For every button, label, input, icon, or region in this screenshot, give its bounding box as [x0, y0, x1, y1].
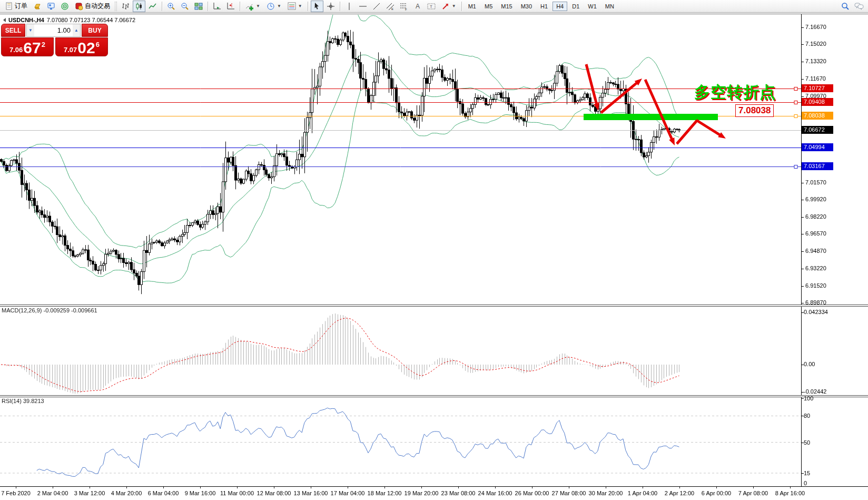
- sell-price-big: 67: [23, 41, 41, 55]
- gold-bar-icon: [33, 2, 42, 11]
- crosshair-tool-button[interactable]: [324, 1, 337, 12]
- timeframe-W1[interactable]: W1: [584, 2, 600, 11]
- time-tick-mark: [495, 486, 496, 488]
- price-tag: 7.10727: [802, 84, 833, 92]
- price-tick-mark: [801, 183, 804, 183]
- autotrading-button[interactable]: 自动交易: [72, 1, 113, 12]
- zoom-in-button[interactable]: [165, 1, 177, 12]
- timeframe-M5[interactable]: M5: [481, 2, 496, 11]
- autotrading-label: 自动交易: [85, 2, 110, 11]
- rsi-axis-label: 100: [804, 395, 813, 401]
- sell-price-sup: 2: [42, 41, 45, 48]
- timeframe-H4[interactable]: H4: [553, 2, 567, 11]
- time-tick-mark: [384, 486, 385, 488]
- volume-down-icon[interactable]: ▼: [27, 24, 34, 36]
- price-tick-label: 7.13320: [805, 58, 826, 64]
- chart-properties-button[interactable]: ▼: [285, 1, 305, 12]
- price-tick-mark: [801, 217, 804, 218]
- time-tick-mark: [163, 486, 164, 488]
- volume-input[interactable]: 1.00: [34, 24, 73, 36]
- terminal-button[interactable]: [45, 1, 57, 12]
- rsi-axis-label: 50: [804, 439, 810, 446]
- rsi-axis-label: 15: [804, 470, 810, 476]
- timeframe-M1[interactable]: M1: [465, 2, 480, 11]
- zoom-out-icon: [181, 2, 189, 11]
- text-label-tool-button[interactable]: T: [425, 1, 438, 12]
- time-tick-mark: [532, 486, 532, 488]
- pane-separator-rsi[interactable]: [0, 395, 868, 397]
- volume-up-icon[interactable]: ▲: [73, 24, 80, 36]
- bar-chart-button[interactable]: [119, 1, 132, 12]
- channel-tool-button[interactable]: E: [384, 1, 397, 12]
- toolbar-separator: [240, 2, 240, 11]
- price-tick-mark: [801, 269, 804, 269]
- signals-button[interactable]: [58, 1, 71, 12]
- timeframe-M30[interactable]: M30: [517, 2, 536, 11]
- dropdown-caret-icon: ▼: [298, 4, 302, 8]
- new-order-icon: [5, 2, 13, 10]
- time-tick-label: 30 Mar 20:00: [589, 490, 623, 496]
- fibonacci-tool-button[interactable]: F: [398, 1, 410, 12]
- crosshair-icon: [327, 2, 335, 11]
- periods-button[interactable]: ▼: [264, 1, 284, 12]
- timeframe-M15[interactable]: M15: [497, 2, 516, 11]
- price-tick-label: 7.01570: [805, 179, 826, 185]
- zoom-out-button[interactable]: [179, 1, 191, 12]
- time-tick-mark: [274, 486, 274, 488]
- trendline-tool-button[interactable]: [370, 1, 383, 12]
- price-tick-label: 6.96570: [805, 230, 826, 237]
- symbol-title: USDCNH-,H4: [8, 17, 44, 23]
- svg-text:T: T: [430, 4, 432, 9]
- rsi-tick-mark: [801, 486, 804, 487]
- price-tick-label: 7.11670: [805, 75, 826, 82]
- auto-scroll-button[interactable]: [211, 1, 223, 12]
- timeframe-MN[interactable]: MN: [601, 2, 618, 11]
- timeframe-group: M1M5M15M30H1H4D1W1MN: [464, 1, 618, 11]
- clock-icon: [267, 2, 275, 11]
- buy-button[interactable]: BUY: [82, 24, 108, 37]
- timeframe-D1[interactable]: D1: [568, 2, 583, 11]
- text-tool-icon: A: [413, 2, 422, 11]
- macd-tick-mark: [801, 365, 804, 365]
- price-tick-label: 6.94870: [805, 248, 826, 254]
- dropdown-caret-icon: ▼: [256, 4, 260, 8]
- time-tick-mark: [716, 486, 717, 488]
- line-chart-button[interactable]: [146, 1, 159, 12]
- time-tick-mark: [569, 486, 569, 488]
- deposit-button[interactable]: [31, 1, 44, 12]
- arrow-shape-icon: [441, 2, 450, 11]
- vertical-line-tool-button[interactable]: [343, 1, 356, 12]
- search-button[interactable]: [839, 1, 852, 12]
- text-tool-button[interactable]: A: [411, 1, 424, 12]
- svg-text:F: F: [405, 8, 407, 11]
- tile-windows-button[interactable]: [192, 1, 205, 12]
- price-level-label[interactable]: 7.08038: [735, 104, 774, 117]
- horizontal-line-tool-button[interactable]: [357, 1, 369, 12]
- auto-scroll-icon: [213, 2, 221, 11]
- chart-shift-button[interactable]: [224, 1, 237, 12]
- buy-price-display[interactable]: 7.07 02 6: [55, 37, 108, 56]
- arrows-tool-button[interactable]: ▼: [439, 1, 459, 12]
- macd-label: MACD(12,26,9) -0.009259 -0.009661: [2, 307, 97, 313]
- sell-button[interactable]: SELL: [1, 24, 25, 37]
- chat-icon: [854, 2, 864, 11]
- equidistant-channel-icon: E: [386, 2, 394, 11]
- new-order-button[interactable]: 订单: [3, 1, 30, 12]
- macd-axis-label: 0.042334: [804, 309, 828, 315]
- cursor-tool-button[interactable]: [311, 1, 323, 12]
- chart-area: USDCNH-,H4 7.07080 7.07123 7.06544 7.066…: [0, 14, 868, 500]
- rsi-axis-label: 0: [804, 480, 807, 486]
- time-tick-label: 7 Feb 2020: [1, 490, 31, 496]
- sell-price-small: 7.06: [9, 46, 23, 54]
- pane-separator-macd[interactable]: [0, 305, 868, 307]
- timeframe-H1[interactable]: H1: [537, 2, 551, 11]
- time-tick-label: 11 Mar 00:00: [220, 490, 254, 496]
- time-tick-mark: [753, 486, 754, 488]
- add-indicator-button[interactable]: ▼: [243, 1, 263, 12]
- price-tag: 7.03167: [802, 162, 833, 170]
- candlestick-chart-button[interactable]: [133, 1, 145, 12]
- price-tag: 7.09408: [802, 98, 833, 106]
- chat-button[interactable]: [853, 1, 865, 12]
- sell-price-display[interactable]: 7.06 67 2: [1, 37, 54, 56]
- annotation-text[interactable]: 多空转折点: [694, 82, 776, 103]
